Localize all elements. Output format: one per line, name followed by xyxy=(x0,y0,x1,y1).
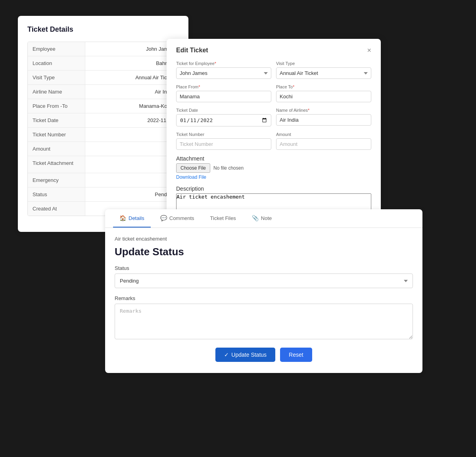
ticket-details-title: Ticket Details xyxy=(27,25,179,34)
ticket-number-input[interactable] xyxy=(176,138,271,150)
value-emergency: no xyxy=(85,173,178,187)
update-status-label: Update Status xyxy=(231,352,267,358)
table-row: Visit TypeAnnual Air Ticket xyxy=(28,71,178,85)
remarks-textarea[interactable] xyxy=(115,304,413,339)
table-row: Emergencyno xyxy=(28,173,178,187)
choose-file-button[interactable]: Choose File xyxy=(176,163,210,173)
place-from-input[interactable] xyxy=(176,91,271,102)
label-amount: Amount xyxy=(28,142,85,156)
airline-name-field-group: Name of Airlines* xyxy=(276,108,371,126)
visit-type-field-group: Visit Type Annual Air Ticket xyxy=(276,61,371,79)
value-visitType: Annual Air Ticket xyxy=(85,71,178,84)
visit-type-select[interactable]: Annual Air Ticket xyxy=(276,67,371,79)
value-amount xyxy=(85,142,178,156)
airline-name-label: Name of Airlines* xyxy=(276,108,371,113)
table-row: Ticket Attachment⬇ xyxy=(28,156,178,173)
label-emergency: Emergency xyxy=(28,173,85,187)
download-file-link[interactable]: Download File xyxy=(176,174,371,180)
value-ticketNumber xyxy=(85,128,178,141)
tab-ticket-files[interactable]: Ticket Files xyxy=(204,209,242,228)
table-row: Place From -ToManama-Kochi xyxy=(28,99,178,113)
ticket-date-field-group: Ticket Date xyxy=(176,108,271,126)
employee-label: Ticket for Employee* xyxy=(176,61,271,66)
update-status-title: Update Status xyxy=(115,246,413,258)
value-status: Pending xyxy=(85,187,178,201)
tab-note[interactable]: 📎 Note xyxy=(246,209,278,228)
label-createdAt: Created At xyxy=(28,202,85,216)
amount-label: Amount xyxy=(276,132,371,137)
status-select-wrapper: Pending Approved Rejected xyxy=(115,273,413,288)
place-to-label: Place To* xyxy=(276,84,371,89)
table-row: Ticket Number xyxy=(28,128,178,142)
airline-name-input[interactable] xyxy=(276,114,371,126)
label-status: Status xyxy=(28,187,85,201)
label-ticketDate: Ticket Date xyxy=(28,113,85,127)
table-row: Airline NameAir India xyxy=(28,85,178,99)
modal-close-button[interactable]: × xyxy=(367,47,371,54)
place-from-label: Place From* xyxy=(176,84,271,89)
tab-comments[interactable]: 💬 Comments xyxy=(154,209,201,228)
table-row: Ticket Date2022-11-01 xyxy=(28,113,178,128)
action-buttons: ✓ Update Status Reset xyxy=(115,348,413,362)
ticket-number-label: Ticket Number xyxy=(176,132,271,137)
check-icon: ✓ xyxy=(224,352,229,358)
table-row: Amount xyxy=(28,142,178,156)
label-visitType: Visit Type xyxy=(28,71,85,84)
place-from-field-group: Place From* xyxy=(176,84,271,102)
tabs-bar: 🏠 Details 💬 Comments Ticket Files 📎 Note xyxy=(105,209,422,228)
edit-form-grid: Ticket for Employee* John James Visit Ty… xyxy=(176,61,371,225)
value-airlineName: Air India xyxy=(85,85,178,99)
label-employee: Employee xyxy=(28,42,85,56)
label-ticketNumber: Ticket Number xyxy=(28,128,85,141)
attachment-label: Attachment xyxy=(176,155,371,162)
home-icon: 🏠 xyxy=(119,215,126,221)
update-status-button[interactable]: ✓ Update Status xyxy=(215,348,275,362)
tab-comments-label: Comments xyxy=(169,215,194,221)
bottom-panel: 🏠 Details 💬 Comments Ticket Files 📎 Note… xyxy=(105,209,422,373)
value-location: Bahrain xyxy=(85,56,178,70)
label-location: Location xyxy=(28,56,85,70)
description-text: Air ticket encashement xyxy=(115,236,413,242)
table-row: EmployeeJohn James xyxy=(28,42,178,56)
tab-note-label: Note xyxy=(261,215,272,221)
employee-field-group: Ticket for Employee* John James xyxy=(176,61,271,79)
table-row: StatusPending xyxy=(28,187,178,202)
status-select[interactable]: Pending Approved Rejected xyxy=(115,273,413,288)
ticket-number-field-group: Ticket Number xyxy=(176,132,271,150)
value-placeFromTo: Manama-Kochi xyxy=(85,99,178,113)
attachment-row: Attachment Choose File No file chosen Do… xyxy=(176,155,371,180)
tab-details-label: Details xyxy=(129,215,144,221)
label-airlineName: Airline Name xyxy=(28,85,85,99)
note-icon: 📎 xyxy=(252,215,259,221)
value-ticketDate: 2022-11-01 xyxy=(85,113,178,127)
tab-details[interactable]: 🏠 Details xyxy=(113,209,151,228)
value-employee: John James xyxy=(85,42,178,56)
label-placeFromTo: Place From -To xyxy=(28,99,85,113)
status-label: Status xyxy=(115,265,413,271)
comments-icon: 💬 xyxy=(160,215,167,221)
amount-input[interactable] xyxy=(276,138,371,150)
modal-header: Edit Ticket × xyxy=(176,47,371,54)
ticket-date-label: Ticket Date xyxy=(176,108,271,113)
description-label: Description xyxy=(176,185,371,192)
details-table: EmployeeJohn JamesLocationBahrainVisit T… xyxy=(27,42,179,216)
visit-type-label: Visit Type xyxy=(276,61,371,66)
ticket-details-panel: Ticket Details EmployeeJohn JamesLocatio… xyxy=(18,16,188,232)
value-ticketAttachment: ⬇ xyxy=(85,156,178,173)
employee-select[interactable]: John James xyxy=(176,67,271,79)
ticket-date-input[interactable] xyxy=(176,114,271,126)
no-file-text: No file chosen xyxy=(213,165,244,171)
tab-ticket-files-label: Ticket Files xyxy=(210,215,236,221)
place-to-field-group: Place To* xyxy=(276,84,371,102)
edit-ticket-modal: Edit Ticket × Ticket for Employee* John … xyxy=(167,39,381,236)
panel-content: Air ticket encashement Update Status Sta… xyxy=(105,228,422,362)
modal-title: Edit Ticket xyxy=(176,47,208,54)
label-ticketAttachment: Ticket Attachment xyxy=(28,156,85,173)
attachment-controls: Choose File No file chosen xyxy=(176,163,371,173)
reset-button[interactable]: Reset xyxy=(280,348,312,362)
table-row: LocationBahrain xyxy=(28,56,178,71)
remarks-label: Remarks xyxy=(115,295,413,301)
place-to-input[interactable] xyxy=(276,91,371,102)
amount-field-group: Amount xyxy=(276,132,371,150)
